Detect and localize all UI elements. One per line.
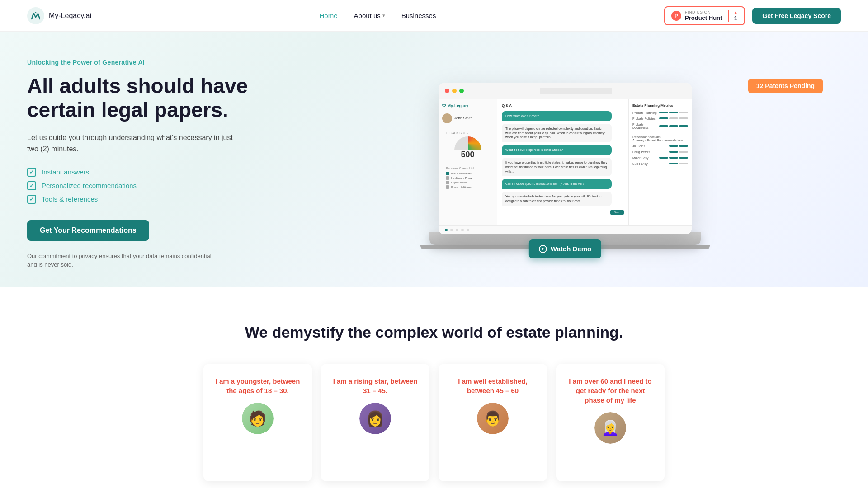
chat-question-2: What if I have properties in other State… [502,145,612,155]
footer-dot-3 [456,229,458,231]
nav-link-businesses[interactable]: Businesses [401,12,436,19]
avatar-circle-1: 🧑 [242,403,274,434]
svg-point-0 [27,7,44,24]
panel-bar [669,157,678,159]
checklist-label-1: Will & Testament [451,172,472,175]
mockup-logo: 🛡 My-Legacy [442,103,493,108]
checklist-row-3: Digital Assets [446,181,490,184]
panel-bar [679,112,688,113]
footer-dot-4 [461,229,464,231]
mini-check-2 [446,176,449,180]
address-bar [540,88,612,94]
mini-check-4 [446,185,449,189]
persona-cards-row: I am a youngster, between the ages of 18… [27,364,841,481]
chat-send-area: Send [502,210,624,215]
panel-bar [679,151,688,153]
mockup-avatar [442,113,452,123]
app-mockup: 🛡 My-Legacy John Smith LEGACY SCORE 500 [439,83,692,234]
mockup-right-panel: Estate Planning Metrics Probate Planning… [628,99,692,225]
check-icon-2 [27,181,36,190]
nav-logo[interactable]: My-Legacy.ai [27,7,91,24]
persona-card-4[interactable]: I am over 60 and I need to get ready for… [556,364,665,481]
chat-send-button[interactable]: Send [610,210,624,215]
chat-question-3: Can I include specific instructions for … [502,179,612,189]
persona-avatar-4: 👩‍🦳 [594,412,626,444]
check-icon-1 [27,168,36,177]
hero-section: Unlocking the Power of Generative AI All… [0,32,868,287]
panel-bar [659,125,668,127]
panel-item-7: Major Gelly [632,156,688,160]
panel-bar [669,117,678,119]
mini-check-3 [446,181,449,184]
panel-item-4: Attorney / Expert Recommendations [632,139,688,142]
product-hunt-icon: P [671,11,681,21]
persona-title-4: I am over 60 and I need to get ready for… [565,376,656,405]
hero-privacy-text: Our commitment to privacy ensures that y… [27,252,217,269]
hero-cta-button[interactable]: Get Your Recommendations [27,220,149,241]
demystify-section: We demystify the complex world of estate… [0,287,868,488]
mini-check-1 [446,172,449,175]
gauge-arc [454,136,481,150]
persona-card-1[interactable]: I am a youngster, between the ages of 18… [203,364,312,481]
checklist-row-1: Will & Testament [446,172,490,175]
product-hunt-button[interactable]: P FIND US ON Product Hunt ▲ 1 [664,6,745,25]
persona-card-3[interactable]: I am well established, between 45 – 60 👨 [439,364,547,481]
panel-item-7-name: Major Gelly [632,156,648,160]
score-section: LEGACY SCORE 500 [442,128,493,167]
panel-bar [669,151,678,153]
mockup-main: Q & A How much does it cost? The price w… [497,99,628,225]
footer-dot-2 [450,229,453,231]
panel-bar [669,145,678,147]
panel-title: Estate Planning Metrics [632,103,688,108]
checklist-label-2: Healthcare Proxy [451,177,472,179]
panel-item-2-name: Probate Policies [632,117,656,120]
footer-dot-5 [467,229,469,231]
mockup-titlebar [439,83,692,99]
recommendations-label: Recommendations [632,136,688,139]
get-score-button[interactable]: Get Free Legacy Score [752,8,841,24]
nav-links: Home About us ▾ Businesses [320,12,436,19]
check-icon-3 [27,195,36,204]
chat-answer-3: Yes, you can include instructions for yo… [502,192,612,206]
panel-item-8-name: Sue Farley [632,162,648,165]
nav-right: P FIND US ON Product Hunt ▲ 1 Get Free L… [664,6,841,25]
panel-bars-1 [659,112,688,113]
watch-demo-button[interactable]: ▶ Watch Demo [529,239,601,258]
avatar-circle-4: 👩‍🦳 [594,412,626,444]
panel-bar [659,112,668,113]
persona-card-2[interactable]: I am a rising star, between 31 – 45. 👩 [321,364,429,481]
panel-bar [679,163,688,164]
chevron-down-icon: ▾ [382,13,385,19]
panel-item-2: Probate Policies [632,117,688,120]
panel-item-1: Probate Planning [632,111,688,114]
hero-title: All adults should have certain legal pap… [27,74,289,122]
panel-bar [659,117,668,119]
mockup-username: John Smith [454,116,472,120]
avatar-circle-3: 👨 [477,403,509,434]
panel-bars-2 [659,117,688,119]
persona-title-1: I am a youngster, between the ages of 18… [212,376,303,395]
panel-bar [679,125,688,127]
hero-checklist: Instant answers Personalized recommendat… [27,168,289,204]
checklist-title: Personal Check List [446,167,490,170]
play-icon: ▶ [539,245,547,253]
hero-left: Unlocking the Power of Generative AI All… [27,59,289,269]
patents-badge: 12 Patents Pending [748,79,823,93]
score-gauge: 500 [446,136,490,160]
checklist-section: Personal Check List Will & Testament Hea… [442,167,493,193]
checklist-row-4: Power of Attorney [446,185,490,189]
hero-subtitle: Unlocking the Power of Generative AI [27,59,289,66]
panel-bar [679,145,688,147]
demystify-heading: We demystify the complex world of estate… [27,324,841,341]
persona-avatar-1: 🧑 [242,403,274,434]
panel-bar [669,112,678,113]
checklist-row-2: Healthcare Proxy [446,176,490,180]
persona-title-3: I am well established, between 45 – 60 [448,376,538,395]
panel-item-3: Probate Documents [632,123,688,129]
panel-item-8: Sue Farley [632,162,688,165]
panel-item-6-name: Craig Peters [632,150,650,154]
nav-link-home[interactable]: Home [320,12,338,19]
nav-link-about[interactable]: About us ▾ [354,12,385,19]
checklist-item-3: Tools & references [27,195,289,204]
legacy-score: 500 [461,150,474,160]
